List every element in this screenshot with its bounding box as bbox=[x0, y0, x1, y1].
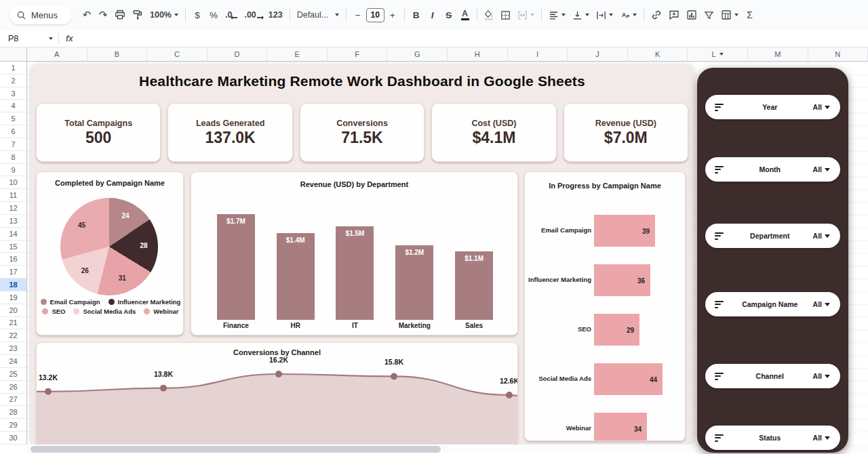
row-header-16[interactable]: 16 bbox=[0, 253, 26, 266]
column-header-B[interactable]: B bbox=[87, 47, 148, 61]
borders-button[interactable] bbox=[497, 6, 514, 24]
decrease-decimal-button[interactable]: .0 bbox=[222, 6, 241, 24]
row-header-13[interactable]: 13 bbox=[0, 215, 26, 228]
row-header-22[interactable]: 22 bbox=[0, 329, 26, 342]
column-header-F[interactable]: F bbox=[328, 47, 388, 61]
row-header-28[interactable]: 28 bbox=[0, 406, 26, 419]
bold-button[interactable]: B bbox=[408, 6, 425, 24]
paint-format-button[interactable] bbox=[129, 6, 146, 24]
column-header-J[interactable]: J bbox=[568, 47, 628, 61]
row-header-24[interactable]: 24 bbox=[0, 355, 26, 368]
create-filter-button[interactable] bbox=[701, 6, 717, 24]
column-header-C[interactable]: C bbox=[147, 47, 208, 61]
row-header-30[interactable]: 30 bbox=[0, 432, 26, 445]
font-select[interactable]: Defaul... bbox=[294, 6, 342, 24]
slicer-channel[interactable]: ChannelAll bbox=[705, 364, 840, 388]
column-header-E[interactable]: E bbox=[267, 47, 328, 61]
column-header-G[interactable]: G bbox=[387, 47, 448, 61]
vertical-align-button[interactable] bbox=[569, 6, 593, 24]
name-box[interactable]: P8 bbox=[0, 34, 53, 43]
row-header-7[interactable]: 7 bbox=[0, 138, 26, 151]
row-header-10[interactable]: 10 bbox=[0, 176, 26, 189]
column-header-I[interactable]: I bbox=[508, 47, 568, 61]
slicer-value-dropdown[interactable]: All bbox=[813, 300, 830, 308]
slicer-department[interactable]: DepartmentAll bbox=[705, 224, 840, 248]
filter-dropdown-icon[interactable] bbox=[719, 53, 724, 56]
column-header-A[interactable]: A bbox=[27, 47, 87, 61]
zoom-select[interactable]: 100% bbox=[146, 6, 182, 24]
column-header-K[interactable]: K bbox=[628, 47, 688, 61]
horizontal-bar-chart-card[interactable]: In Progress by Campaign Name Email Campa… bbox=[524, 171, 686, 441]
area-chart-card[interactable]: 13.2K13.8K16.2K15.8K12.6K Conversions by… bbox=[36, 342, 518, 445]
text-rotation-button[interactable]: A bbox=[616, 6, 640, 24]
decrease-font-size-button[interactable]: − bbox=[350, 6, 366, 24]
row-header-15[interactable]: 15 bbox=[0, 241, 26, 253]
slicer-value-dropdown[interactable]: All bbox=[813, 434, 830, 442]
row-header-29[interactable]: 29 bbox=[0, 419, 26, 432]
redo-button[interactable]: ↷ bbox=[95, 6, 111, 24]
kpi-card[interactable]: Leads Generated137.0K bbox=[167, 103, 292, 162]
slicer-value-dropdown[interactable]: All bbox=[813, 165, 830, 173]
strikethrough-button[interactable]: S bbox=[441, 6, 457, 24]
text-wrap-button[interactable] bbox=[593, 6, 616, 24]
row-header-18[interactable]: 18 bbox=[0, 278, 26, 291]
more-formats-button[interactable]: 123 bbox=[265, 6, 286, 24]
row-header-14[interactable]: 14 bbox=[0, 228, 26, 241]
row-header-23[interactable]: 23 bbox=[0, 342, 26, 355]
undo-button[interactable]: ↶ bbox=[79, 6, 95, 24]
bar-chart-card[interactable]: Revenue (USD) by Department $1.7M$1.4M$1… bbox=[191, 171, 518, 335]
column-header-M[interactable]: M bbox=[748, 47, 808, 61]
row-header-9[interactable]: 9 bbox=[0, 164, 26, 177]
italic-button[interactable]: I bbox=[425, 6, 441, 24]
increase-decimal-button[interactable]: .00 bbox=[241, 6, 264, 24]
kpi-card[interactable]: Total Campaigns500 bbox=[36, 103, 161, 162]
row-header-11[interactable]: 11 bbox=[0, 189, 26, 202]
slicer-value-dropdown[interactable]: All bbox=[813, 372, 830, 380]
row-header-8[interactable]: 8 bbox=[0, 151, 26, 164]
row-header-25[interactable]: 25 bbox=[0, 368, 26, 381]
table-views-button[interactable] bbox=[717, 6, 742, 24]
increase-font-size-button[interactable]: + bbox=[384, 6, 401, 24]
slicer-year[interactable]: YearAll bbox=[705, 95, 840, 119]
column-header-H[interactable]: H bbox=[448, 47, 508, 61]
row-header-2[interactable]: 2 bbox=[0, 75, 26, 87]
insert-chart-button[interactable] bbox=[683, 6, 701, 24]
merge-cells-button[interactable] bbox=[514, 6, 538, 24]
row-header-27[interactable]: 27 bbox=[0, 394, 26, 407]
row-header-21[interactable]: 21 bbox=[0, 317, 26, 330]
insert-comment-button[interactable] bbox=[665, 6, 683, 24]
column-header-N[interactable]: N bbox=[808, 47, 868, 61]
row-header-17[interactable]: 17 bbox=[0, 266, 26, 278]
font-size-input[interactable]: 10 bbox=[366, 8, 384, 22]
slicer-month[interactable]: MonthAll bbox=[705, 157, 840, 182]
select-all-corner[interactable] bbox=[0, 47, 27, 61]
row-header-19[interactable]: 19 bbox=[0, 291, 26, 304]
kpi-card[interactable]: Conversions71.5K bbox=[300, 103, 425, 162]
kpi-card[interactable]: Cost (USD)$4.1M bbox=[431, 103, 556, 162]
slicer-status[interactable]: StatusAll bbox=[705, 426, 840, 450]
row-header-3[interactable]: 3 bbox=[0, 87, 26, 100]
row-header-6[interactable]: 6 bbox=[0, 125, 26, 138]
slicer-campaign-name[interactable]: Campaign NameAll bbox=[705, 292, 840, 316]
horizontal-align-button[interactable] bbox=[545, 6, 569, 24]
format-currency-button[interactable]: $ bbox=[189, 6, 205, 24]
fill-color-button[interactable] bbox=[481, 6, 497, 24]
row-header-26[interactable]: 26 bbox=[0, 381, 26, 394]
column-header-D[interactable]: D bbox=[208, 47, 268, 61]
print-button[interactable] bbox=[111, 6, 129, 24]
row-header-4[interactable]: 4 bbox=[0, 100, 26, 112]
column-header-L[interactable]: L bbox=[688, 47, 748, 61]
pie-chart-card[interactable]: Completed by Campaign Name 2428312645 Em… bbox=[36, 171, 184, 335]
slicer-value-dropdown[interactable]: All bbox=[813, 103, 830, 111]
row-header-20[interactable]: 20 bbox=[0, 304, 26, 317]
format-percent-button[interactable]: % bbox=[205, 6, 222, 24]
slicer-value-dropdown[interactable]: All bbox=[813, 232, 830, 240]
row-header-1[interactable]: 1 bbox=[0, 62, 26, 75]
menus-search-button[interactable]: Menus bbox=[9, 5, 72, 24]
row-header-12[interactable]: 12 bbox=[0, 202, 26, 215]
text-color-button[interactable]: A bbox=[457, 6, 473, 24]
insert-link-button[interactable] bbox=[648, 6, 665, 24]
kpi-card[interactable]: Revenue (USD)$7.0M bbox=[564, 103, 688, 162]
functions-button[interactable]: Σ bbox=[742, 6, 758, 24]
row-header-5[interactable]: 5 bbox=[0, 112, 26, 125]
